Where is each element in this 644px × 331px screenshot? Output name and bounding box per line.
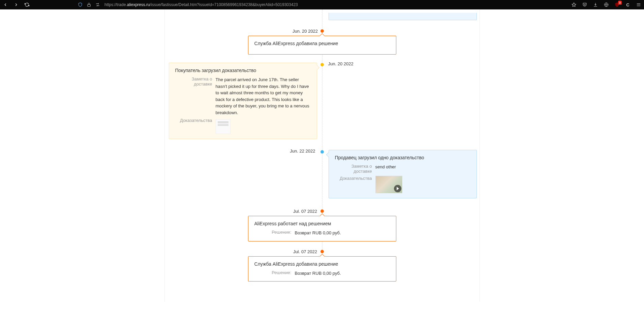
delivery-note-text: The parcel arrived on June 17th. The sel… <box>216 76 311 116</box>
timeline-card-aliexpress: AliExpress работает над решением Решение… <box>248 216 396 241</box>
pocket-icon[interactable] <box>582 2 587 7</box>
card-title: Служба AliExpress добавила решение <box>254 261 390 267</box>
page-viewport: Jun. 20 2022 Служба AliExpress добавила … <box>0 9 644 331</box>
extension-badge: 9 <box>618 1 622 5</box>
lock-icon[interactable] <box>86 2 92 7</box>
shield-icon[interactable] <box>78 2 83 7</box>
url-bar[interactable]: https://trade.aliexpress.ru/issue/fastis… <box>104 2 298 7</box>
timeline-dot-icon <box>320 29 324 33</box>
timeline-dot-icon <box>320 250 324 253</box>
timeline-dot-icon <box>320 63 324 66</box>
timeline-date: Jul. 07 2022 <box>165 249 480 254</box>
field-label: Решение: <box>254 270 295 277</box>
forward-button[interactable] <box>13 2 19 7</box>
url-prefix: https://trade. <box>104 2 127 7</box>
timeline-dot-icon <box>320 209 324 213</box>
timeline: Jun. 20 2022 Служба AliExpress добавила … <box>165 9 480 282</box>
back-button[interactable] <box>3 2 8 7</box>
bookmark-icon[interactable] <box>571 2 577 7</box>
extension-ublock-icon[interactable]: 9 <box>614 2 620 7</box>
svg-marker-1 <box>572 3 576 6</box>
field-label: Заметка о доставке <box>335 164 375 174</box>
date-label: Jun. 20 2022 <box>293 29 318 34</box>
field-label: Доказательства <box>175 118 216 134</box>
evidence-video-thumbnail[interactable] <box>375 176 402 193</box>
timeline-dot-icon <box>320 150 324 154</box>
delivery-note-text: send other <box>375 164 396 174</box>
download-icon[interactable] <box>593 2 598 7</box>
card-title: Покупатель загрузил доказательство <box>175 68 311 73</box>
decision-value: Возврат RUB 0,00 руб. <box>295 230 341 236</box>
card-title: Служба AliExpress добавила решение <box>254 41 390 46</box>
play-icon <box>394 185 401 192</box>
field-label: Заметка о доставке <box>175 76 216 116</box>
timeline-card-buyer: Покупатель загрузил доказательство Замет… <box>169 63 317 139</box>
field-label: Доказательства <box>335 176 375 193</box>
timeline-card-partial <box>329 13 477 20</box>
card-title: AliExpress работает над решением <box>254 221 390 226</box>
browser-toolbar: https://trade.aliexpress.ru/issue/fastis… <box>0 0 644 9</box>
evidence-thumbnail[interactable] <box>216 119 231 134</box>
reload-button[interactable] <box>24 2 30 7</box>
field-label: Решение: <box>254 230 295 236</box>
timeline-card-aliexpress: Служба AliExpress добавила решение <box>248 36 396 55</box>
timeline-card-seller: Продавец загрузил одно доказательство За… <box>329 150 477 198</box>
extension-c-icon[interactable]: C <box>625 2 631 7</box>
url-domain: aliexpress.ru <box>127 2 150 7</box>
decision-value: Возврат RUB 0,00 руб. <box>295 270 341 277</box>
date-label: Jun. 20 2022 <box>328 61 354 66</box>
svg-rect-0 <box>88 5 91 7</box>
dispute-timeline-container: Jun. 20 2022 Служба AliExpress добавила … <box>164 9 480 302</box>
timeline-card-aliexpress: Служба AliExpress добавила решение Решен… <box>248 256 396 282</box>
card-title: Продавец загрузил одно доказательство <box>335 155 470 160</box>
date-label: Jul. 07 2022 <box>293 249 317 254</box>
permissions-icon[interactable] <box>95 2 100 7</box>
extension-globe-icon[interactable] <box>604 2 609 7</box>
date-label: Jun. 22 2022 <box>290 148 315 154</box>
menu-icon[interactable] <box>636 2 641 7</box>
url-path: /issue/fastissue/Detail.htm?issueId=7100… <box>150 2 298 7</box>
date-label: Jul. 07 2022 <box>293 209 317 214</box>
